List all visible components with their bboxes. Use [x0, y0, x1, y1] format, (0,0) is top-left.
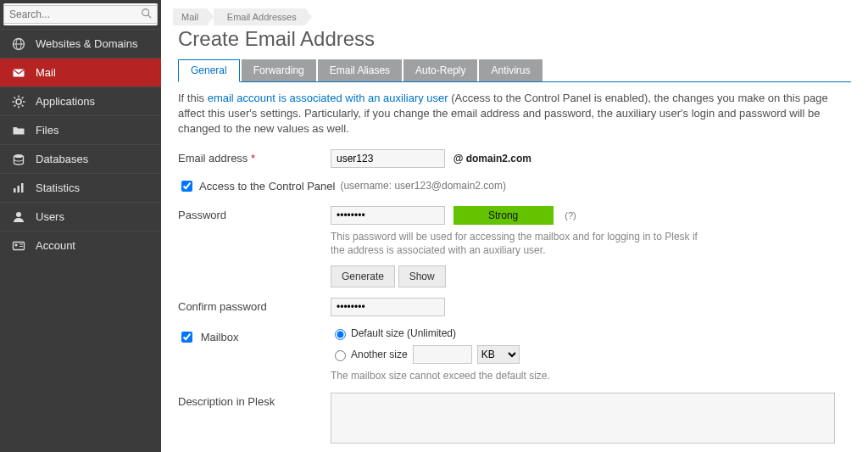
- mailbox-another-label: Another size: [351, 349, 408, 360]
- sidebar-item-files[interactable]: Files: [0, 115, 161, 144]
- sidebar-item-account[interactable]: Account: [0, 231, 161, 259]
- mailbox-default-radio[interactable]: [335, 329, 346, 340]
- description-textarea[interactable]: [331, 393, 835, 444]
- breadcrumb: Mail Email Addresses: [173, 8, 851, 25]
- svg-rect-17: [18, 186, 20, 193]
- svg-point-0: [142, 9, 149, 16]
- page-title: Create Email Address: [178, 27, 851, 51]
- svg-point-21: [15, 243, 18, 246]
- svg-line-12: [22, 104, 24, 106]
- svg-line-1: [148, 15, 152, 19]
- database-icon: [10, 153, 27, 166]
- generate-button[interactable]: Generate: [331, 265, 395, 287]
- svg-line-14: [22, 97, 24, 98]
- tab-antivirus[interactable]: Antivirus: [479, 59, 542, 81]
- confirm-label: Confirm password: [178, 298, 331, 313]
- tabs: General Forwarding Email Aliases Auto-Re…: [178, 59, 851, 82]
- card-icon: [10, 239, 27, 253]
- stats-icon: [10, 181, 27, 195]
- search-icon[interactable]: [141, 8, 153, 20]
- sidebar-item-users[interactable]: Users: [0, 202, 161, 231]
- tab-forwarding[interactable]: Forwarding: [242, 59, 316, 81]
- sidebar-item-statistics[interactable]: Statistics: [0, 173, 161, 202]
- password-strength: Strong: [453, 206, 554, 225]
- sidebar-item-label: Websites & Domains: [36, 37, 137, 50]
- sidebar-item-databases[interactable]: Databases: [0, 144, 161, 173]
- sidebar-item-label: Statistics: [36, 181, 80, 194]
- svg-point-19: [16, 212, 21, 217]
- sidebar-item-label: Mail: [36, 66, 56, 79]
- globe-icon: [10, 37, 27, 51]
- description-label: Description in Plesk: [178, 393, 331, 408]
- svg-rect-16: [14, 188, 16, 193]
- password-hint: This password will be used for accessing…: [331, 230, 704, 257]
- user-icon: [10, 210, 27, 224]
- breadcrumb-mail[interactable]: Mail: [173, 8, 207, 25]
- mailbox-unit-select[interactable]: KB: [477, 345, 520, 364]
- mailbox-label: Mailbox: [178, 326, 331, 345]
- access-cp-username: (username: user123@domain2.com): [340, 180, 506, 192]
- password-input[interactable]: [331, 206, 445, 225]
- sidebar-item-websites[interactable]: Websites & Domains: [0, 29, 161, 58]
- email-label: Email address *: [178, 149, 331, 165]
- sidebar-item-applications[interactable]: Applications: [0, 86, 161, 115]
- gear-icon: [10, 95, 27, 109]
- svg-point-15: [14, 154, 24, 158]
- svg-point-6: [16, 99, 21, 104]
- svg-line-11: [14, 97, 16, 98]
- access-cp-checkbox[interactable]: [181, 181, 192, 192]
- password-label: Password: [178, 206, 331, 221]
- breadcrumb-email-addresses[interactable]: Email Addresses: [214, 8, 305, 25]
- mailbox-another-radio[interactable]: [335, 350, 346, 361]
- sidebar-item-label: Account: [36, 239, 75, 252]
- password-help-icon[interactable]: (?): [565, 210, 576, 220]
- mailbox-size-input[interactable]: [413, 345, 472, 364]
- search-input[interactable]: [3, 5, 158, 24]
- email-domain: @ domain2.com: [453, 153, 531, 165]
- confirm-password-input[interactable]: [331, 298, 445, 316]
- sidebar-item-mail[interactable]: Mail: [0, 58, 161, 86]
- sidebar-item-label: Databases: [36, 153, 88, 165]
- sidebar-item-label: Files: [36, 124, 58, 137]
- email-local-input[interactable]: [331, 149, 445, 168]
- mailbox-default-label: Default size (Unlimited): [351, 327, 456, 339]
- mail-icon: [10, 66, 27, 80]
- tab-general[interactable]: General: [178, 59, 240, 82]
- sidebar-item-label: Applications: [36, 95, 95, 108]
- sidebar: Websites & Domains Mail Applications Fil…: [0, 0, 161, 452]
- svg-rect-18: [21, 183, 24, 193]
- tab-auto-reply[interactable]: Auto-Reply: [403, 59, 477, 81]
- intro-text: If this email account is associated with…: [178, 91, 851, 137]
- mailbox-checkbox[interactable]: [181, 332, 192, 343]
- main: Mail Email Addresses Create Email Addres…: [161, 0, 868, 452]
- folder-icon: [10, 124, 27, 137]
- mailbox-hint: The mailbox size cannot exceed the defau…: [331, 369, 704, 382]
- access-cp-label: Access to the Control Panel: [199, 180, 335, 193]
- intro-link[interactable]: email account is associated with an auxi…: [208, 92, 448, 104]
- svg-line-13: [14, 104, 16, 106]
- tab-email-aliases[interactable]: Email Aliases: [318, 59, 402, 81]
- sidebar-item-label: Users: [36, 210, 64, 223]
- show-button[interactable]: Show: [398, 265, 446, 287]
